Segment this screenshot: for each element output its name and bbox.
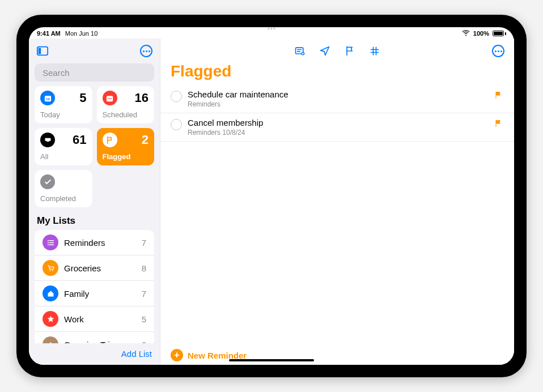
- all-label: All: [40, 152, 87, 161]
- reminder-item[interactable]: Cancel membership Reminders 10/8/24: [160, 113, 514, 142]
- toolbar-details-button[interactable]: [294, 45, 306, 57]
- toolbar-location-button[interactable]: [319, 45, 331, 57]
- add-list-button[interactable]: Add List: [121, 349, 152, 359]
- status-time: 9:41 AM: [37, 30, 61, 37]
- list-name: Work: [64, 314, 136, 324]
- my-lists-header: My Lists: [29, 207, 160, 230]
- svg-point-8: [109, 98, 111, 99]
- main-more-button[interactable]: [490, 43, 506, 59]
- flag-icon: [494, 119, 504, 129]
- reminder-subtitle: Reminders 10/8/24: [188, 129, 488, 137]
- list-count: 7: [142, 238, 146, 248]
- smart-list-all[interactable]: 61 All: [35, 128, 92, 165]
- flagged-label: Flagged: [103, 152, 149, 161]
- smart-list-today[interactable]: 10 5 Today: [35, 86, 92, 123]
- completed-label: Completed: [40, 194, 87, 203]
- page-title: Flagged: [160, 60, 514, 85]
- sidebar: 10 5 Today 16 Scheduled: [29, 39, 160, 365]
- list-name: Groceries: [64, 263, 136, 273]
- search-field[interactable]: [35, 63, 154, 82]
- scheduled-count: 16: [135, 91, 149, 105]
- main-pane: Flagged Schedule car maintenance Reminde…: [160, 39, 514, 365]
- svg-rect-1: [39, 48, 41, 54]
- toolbar-flag-button[interactable]: [343, 45, 356, 57]
- list-count: 7: [142, 289, 146, 299]
- reminder-title: Cancel membership: [188, 118, 488, 127]
- reminder-title: Schedule car maintenance: [188, 90, 488, 99]
- complete-toggle[interactable]: [171, 119, 182, 130]
- list-count: 5: [142, 314, 146, 324]
- scheduled-label: Scheduled: [103, 110, 149, 119]
- sidebar-list-item[interactable]: Groceries 8: [35, 255, 154, 281]
- flag-icon: [494, 91, 504, 101]
- home-indicator[interactable]: [229, 359, 314, 361]
- list-name: Family: [64, 289, 136, 299]
- list-color-icon: [43, 260, 58, 276]
- list-color-icon: [43, 336, 58, 343]
- reminder-item[interactable]: Schedule car maintenance Reminders: [160, 85, 514, 113]
- toolbar-tags-button[interactable]: [368, 45, 381, 57]
- status-date: Mon Jun 10: [65, 30, 97, 37]
- multitasking-handle-icon[interactable]: [268, 28, 275, 29]
- tray-icon: [40, 133, 55, 147]
- flagged-count: 2: [142, 133, 149, 147]
- sidebar-list-item[interactable]: Work 5: [35, 306, 154, 332]
- sidebar-list-item[interactable]: Family 7: [35, 281, 154, 306]
- list-color-icon: [43, 286, 58, 301]
- list-count: 8: [142, 263, 146, 273]
- reminder-subtitle: Reminders: [188, 100, 488, 108]
- svg-point-9: [111, 98, 112, 99]
- toggle-sidebar-button[interactable]: [35, 43, 50, 59]
- svg-text:10: 10: [46, 97, 50, 101]
- svg-point-7: [108, 98, 109, 99]
- battery-percent: 100%: [473, 30, 489, 37]
- list-color-icon: [43, 235, 58, 250]
- sidebar-more-button[interactable]: [138, 43, 154, 59]
- calendar-today-icon: 10: [40, 91, 55, 105]
- flag-icon: [103, 133, 117, 147]
- sidebar-list-item[interactable]: Reminders 7: [35, 230, 154, 255]
- all-count: 61: [73, 133, 86, 147]
- calendar-icon: [103, 91, 117, 105]
- svg-point-11: [52, 270, 53, 271]
- list-name: Reminders: [64, 238, 136, 248]
- search-input[interactable]: [43, 68, 150, 78]
- list-color-icon: [43, 311, 58, 327]
- smart-list-completed[interactable]: Completed: [35, 170, 92, 207]
- checkmark-icon: [40, 174, 55, 189]
- today-count: 5: [79, 91, 86, 105]
- wifi-icon: [462, 29, 470, 38]
- new-reminder-button[interactable]: + New Reminder: [160, 343, 514, 365]
- complete-toggle[interactable]: [171, 91, 182, 102]
- new-reminder-label: New Reminder: [188, 351, 247, 360]
- plus-circle-icon: +: [171, 349, 183, 361]
- smart-list-scheduled[interactable]: 16 Scheduled: [97, 86, 155, 123]
- today-label: Today: [40, 110, 87, 119]
- svg-point-10: [49, 270, 50, 271]
- smart-list-flagged[interactable]: 2 Flagged: [97, 128, 155, 165]
- battery-icon: [493, 31, 506, 36]
- sidebar-list-item[interactable]: Camping Trip 6: [35, 332, 154, 343]
